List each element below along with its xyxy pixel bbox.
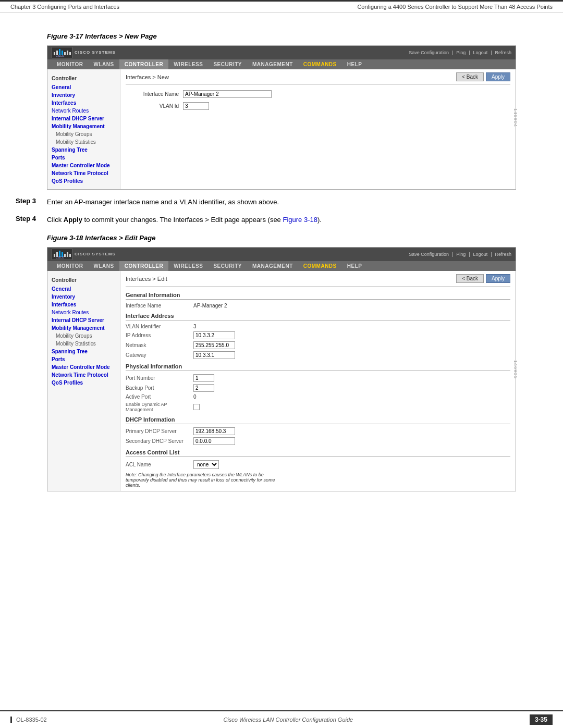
footer-page-number: 3-35 [530, 714, 553, 725]
sidebar-new-spanning[interactable]: Spanning Tree [47, 146, 120, 154]
cisco-logo-new: CISCO CISCO SYSTEMS [52, 47, 116, 58]
field-gateway: Gateway [126, 351, 510, 359]
sidebar-new-mobility[interactable]: Mobility Management [47, 122, 120, 130]
pipe3-edit: | [491, 252, 492, 257]
secondary-dhcp-input[interactable] [193, 437, 235, 445]
page-footer: OL-8335-02 Cisco Wireless LAN Controller… [0, 710, 563, 728]
backup-port-input[interactable] [193, 384, 214, 392]
figure-18-title: Figure 3-18 Interfaces > Edit Page [47, 234, 547, 242]
nav-commands-edit[interactable]: COMMANDS [298, 261, 342, 271]
nav-management-new[interactable]: MANAGEMENT [247, 59, 298, 69]
logout-link[interactable]: Logout [473, 50, 488, 55]
cisco-logo-edit: CISCO CISCO SYSTEMS [52, 249, 116, 260]
nav-management-edit[interactable]: MANAGEMENT [247, 261, 298, 271]
edit-note: Note: Changing the Interface parameters … [126, 472, 282, 488]
nav-wireless-new[interactable]: WIRELESS [168, 59, 208, 69]
back-btn-new[interactable]: < Back [456, 72, 484, 81]
figure-17-title: Figure 3-17 Interfaces > New Page [47, 32, 547, 40]
refresh-link-edit[interactable]: Refresh [495, 252, 511, 257]
nav-help-edit[interactable]: HELP [342, 261, 368, 271]
save-config-link[interactable]: Save Configuration [409, 50, 449, 55]
nav-wireless-edit[interactable]: WIRELESS [168, 261, 208, 271]
port-number-label: Port Number [126, 375, 193, 381]
ping-link-edit[interactable]: Ping [456, 252, 466, 257]
sidebar-new-qos[interactable]: QoS Profiles [47, 177, 120, 185]
field-port-number: Port Number [126, 374, 510, 382]
refresh-link[interactable]: Refresh [495, 50, 511, 55]
sidebar-edit-dhcp[interactable]: Internal DHCP Server [47, 316, 120, 324]
sidebar-new-inventory[interactable]: Inventory [47, 91, 120, 99]
sidebar-edit-spanning[interactable]: Spanning Tree [47, 348, 120, 355]
sidebar-edit-interfaces[interactable]: Interfaces [47, 301, 120, 309]
figure-18-link[interactable]: Figure 3-18 [283, 216, 317, 224]
nav-monitor-edit[interactable]: MONITOR [52, 261, 89, 271]
form-row-vlan-id: VLAN Id [126, 102, 510, 110]
sidebar-edit-qos[interactable]: QoS Profiles [47, 379, 120, 387]
nav-security-edit[interactable]: SECURITY [208, 261, 247, 271]
sidebar-new-dhcp[interactable]: Internal DHCP Server [47, 115, 120, 122]
interface-name-label-edit: Interface Name [126, 303, 193, 309]
pipe1: | [452, 50, 453, 55]
figure-18-id: 146905 [513, 360, 518, 378]
sidebar-edit-mobility-groups[interactable]: Mobility Groups [47, 332, 120, 340]
sidebar-edit: Controller General Inventory Interfaces … [47, 271, 120, 491]
nav-help-new[interactable]: HELP [342, 59, 368, 69]
cisco-logo-img-new: CISCO [52, 47, 72, 58]
secondary-dhcp-label: Secondary DHCP Server [126, 438, 193, 444]
step-3-label: Step 3 [16, 197, 47, 207]
sidebar-edit-master[interactable]: Master Controller Mode [47, 363, 120, 371]
sidebar-edit-ports[interactable]: Ports [47, 355, 120, 363]
apply-btn-edit[interactable]: Apply [486, 274, 510, 283]
nav-wlans-new[interactable]: WLANs [89, 59, 119, 69]
ip-address-input[interactable] [193, 331, 235, 339]
sidebar-edit-title: Controller [47, 275, 120, 285]
svg-rect-5 [67, 51, 68, 55]
sidebar-edit-inventory[interactable]: Inventory [47, 293, 120, 301]
sidebar-new-general[interactable]: General [47, 83, 120, 91]
sidebar-new-interfaces[interactable]: Interfaces [47, 99, 120, 107]
pipe2: | [469, 50, 470, 55]
sidebar-new-ports[interactable]: Ports [47, 154, 120, 162]
sidebar-new-mobility-stats[interactable]: Mobility Statistics [47, 138, 120, 146]
logout-link-edit[interactable]: Logout [473, 252, 488, 257]
figure-18-panel: CISCO CISCO SYSTEMS Save Configuration |… [47, 247, 516, 491]
nav-controller-edit[interactable]: CONTROLLER [119, 261, 168, 271]
sidebar-edit-ntp[interactable]: Network Time Protocol [47, 371, 120, 379]
actionbar-new: Interfaces > New < Back Apply [126, 72, 510, 85]
panel-edit-content: Controller General Inventory Interfaces … [47, 271, 516, 491]
sidebar-edit-general[interactable]: General [47, 285, 120, 293]
back-btn-edit[interactable]: < Back [456, 274, 484, 283]
vlan-id-input[interactable] [183, 102, 209, 110]
nav-controller-new[interactable]: CONTROLLER [119, 59, 168, 69]
sidebar-edit-network-routes[interactable]: Network Routes [47, 309, 120, 316]
netmask-input[interactable] [193, 341, 235, 349]
save-config-link-edit[interactable]: Save Configuration [409, 252, 449, 257]
primary-dhcp-input[interactable] [193, 427, 235, 435]
nav-commands-new[interactable]: COMMANDS [298, 59, 342, 69]
sidebar-new-network-routes[interactable]: Network Routes [47, 107, 120, 115]
footer-ol: OL-8335-02 [10, 717, 47, 723]
ping-link[interactable]: Ping [456, 50, 466, 55]
acl-name-select[interactable]: none [193, 460, 219, 469]
sidebar-new-mobility-groups[interactable]: Mobility Groups [47, 130, 120, 138]
nav-menu-edit: MONITOR WLANs CONTROLLER WIRELESS SECURI… [47, 261, 516, 271]
step-4-text: Click Apply to commit your changes. The … [47, 215, 547, 225]
sidebar-new-ntp[interactable]: Network Time Protocol [47, 169, 120, 177]
nav-monitor-new[interactable]: MONITOR [52, 59, 89, 69]
gateway-input[interactable] [193, 351, 235, 359]
primary-dhcp-label: Primary DHCP Server [126, 428, 193, 434]
pipe1-edit: | [452, 252, 453, 257]
svg-rect-13 [67, 252, 68, 257]
figure-17-panel: CISCO CISCO SYSTEMS Save Configuration |… [47, 45, 516, 190]
sidebar-edit-mobility-stats[interactable]: Mobility Statistics [47, 340, 120, 348]
port-number-input[interactable] [193, 374, 214, 382]
dynamic-ap-checkbox[interactable] [193, 404, 200, 410]
apply-btn-new[interactable]: Apply [486, 72, 510, 81]
nav-wlans-edit[interactable]: WLANs [89, 261, 119, 271]
field-backup-port: Backup Port [126, 384, 510, 392]
sidebar-new-master[interactable]: Master Controller Mode [47, 162, 120, 169]
interface-name-input[interactable] [183, 90, 272, 98]
sidebar-new: Controller General Inventory Interfaces … [47, 69, 120, 189]
sidebar-edit-mobility[interactable]: Mobility Management [47, 324, 120, 332]
nav-security-new[interactable]: SECURITY [208, 59, 247, 69]
